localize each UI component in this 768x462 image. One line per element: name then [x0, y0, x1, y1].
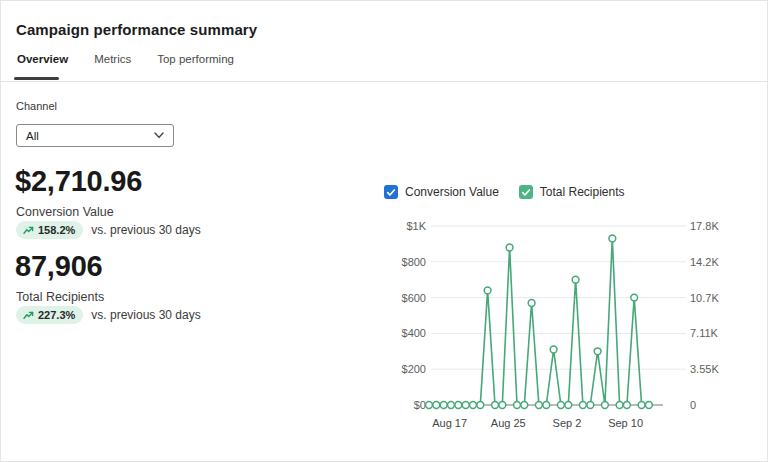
y-axis-left-tick: $800 — [402, 256, 426, 268]
total-recipients-change: 227.3% — [38, 309, 75, 321]
data-point-marker[interactable] — [528, 300, 535, 307]
x-axis-tick-label: Sep 10 — [608, 417, 643, 429]
data-point-marker[interactable] — [638, 402, 645, 409]
tab-top-performing[interactable]: Top performing — [157, 53, 234, 71]
trend-up-icon — [23, 225, 34, 235]
data-point-marker[interactable] — [499, 402, 506, 409]
active-tab-indicator — [14, 77, 59, 80]
series-line — [429, 239, 649, 406]
data-point-marker[interactable] — [536, 402, 543, 409]
conversion-value-change-badge: 158.2% — [16, 221, 83, 239]
data-point-marker[interactable] — [572, 276, 579, 283]
data-point-marker[interactable] — [624, 402, 631, 409]
data-point-marker[interactable] — [455, 402, 462, 409]
conversion-value-label: Conversion Value — [16, 205, 114, 219]
data-point-marker[interactable] — [609, 235, 616, 242]
total-recipients-comparison: vs. previous 30 days — [91, 308, 200, 322]
x-axis-tick-label: Sep 2 — [553, 417, 582, 429]
data-point-marker[interactable] — [580, 402, 587, 409]
tab-overview[interactable]: Overview — [17, 53, 68, 71]
y-axis-right-tick: 7.11K — [690, 327, 719, 339]
y-axis-right-tick: 10.7K — [690, 292, 719, 304]
total-recipients-change-badge: 227.3% — [16, 306, 83, 324]
chart-area: $1K17.8K$80014.2K$60010.7K$4007.11K$2003… — [389, 209, 739, 457]
data-point-marker[interactable] — [462, 402, 469, 409]
conversion-value-delta: 158.2% vs. previous 30 days — [16, 221, 201, 239]
channel-dropdown-value: All — [26, 130, 39, 142]
data-point-marker[interactable] — [602, 402, 609, 409]
data-point-marker[interactable] — [426, 402, 433, 409]
tab-metrics[interactable]: Metrics — [94, 53, 131, 71]
trend-up-icon — [23, 310, 34, 320]
tab-bar: Overview Metrics Top performing — [17, 53, 234, 71]
channel-filter-label: Channel — [16, 100, 57, 112]
conversion-value-change: 158.2% — [38, 224, 75, 236]
y-axis-left-tick: $0 — [414, 399, 426, 411]
performance-chart: $1K17.8K$80014.2K$60010.7K$4007.11K$2003… — [389, 209, 739, 457]
data-point-marker[interactable] — [440, 402, 447, 409]
data-point-marker[interactable] — [543, 402, 550, 409]
data-point-marker[interactable] — [470, 402, 477, 409]
total-recipients-label: Total Recipients — [16, 290, 104, 304]
data-point-marker[interactable] — [506, 244, 513, 251]
legend-item-conversion-value[interactable]: Conversion Value — [384, 185, 499, 199]
legend-item-total-recipients[interactable]: Total Recipients — [519, 185, 625, 199]
data-point-marker[interactable] — [484, 287, 491, 294]
legend-label: Conversion Value — [405, 185, 499, 199]
chart-legend: Conversion Value Total Recipients — [384, 185, 625, 199]
channel-dropdown[interactable]: All — [16, 124, 174, 147]
tab-bar-divider — [1, 81, 768, 82]
data-point-marker[interactable] — [646, 402, 653, 409]
data-point-marker[interactable] — [477, 402, 484, 409]
y-axis-left-tick: $1K — [406, 220, 426, 232]
y-axis-right-tick: 17.8K — [690, 220, 719, 232]
y-axis-left-tick: $400 — [402, 327, 426, 339]
y-axis-left-tick: $600 — [402, 292, 426, 304]
data-point-marker[interactable] — [594, 348, 601, 355]
x-axis-tick-label: Aug 25 — [491, 417, 526, 429]
data-point-marker[interactable] — [587, 402, 594, 409]
conversion-value-comparison: vs. previous 30 days — [91, 223, 200, 237]
data-point-marker[interactable] — [514, 402, 521, 409]
data-point-marker[interactable] — [565, 402, 572, 409]
checkbox-checked-icon[interactable] — [384, 185, 398, 199]
total-recipients-delta: 227.3% vs. previous 30 days — [16, 306, 201, 324]
page-title: Campaign performance summary — [16, 21, 257, 38]
y-axis-right-tick: 3.55K — [690, 363, 719, 375]
data-point-marker[interactable] — [433, 402, 440, 409]
data-point-marker[interactable] — [558, 402, 565, 409]
data-point-marker[interactable] — [550, 346, 557, 353]
data-point-marker[interactable] — [616, 402, 623, 409]
y-axis-right-tick: 0 — [690, 399, 696, 411]
chevron-down-icon — [154, 132, 164, 139]
conversion-value-metric: $2,710.96 — [15, 165, 142, 198]
data-point-marker[interactable] — [492, 402, 499, 409]
total-recipients-metric: 87,906 — [15, 250, 103, 283]
checkbox-checked-icon[interactable] — [519, 185, 533, 199]
y-axis-left-tick: $200 — [402, 363, 426, 375]
data-point-marker[interactable] — [448, 402, 455, 409]
data-point-marker[interactable] — [631, 294, 638, 301]
legend-label: Total Recipients — [540, 185, 625, 199]
x-axis-tick-label: Aug 17 — [432, 417, 467, 429]
y-axis-right-tick: 14.2K — [690, 256, 719, 268]
campaign-summary-card: Campaign performance summary Overview Me… — [0, 0, 768, 462]
data-point-marker[interactable] — [521, 402, 528, 409]
